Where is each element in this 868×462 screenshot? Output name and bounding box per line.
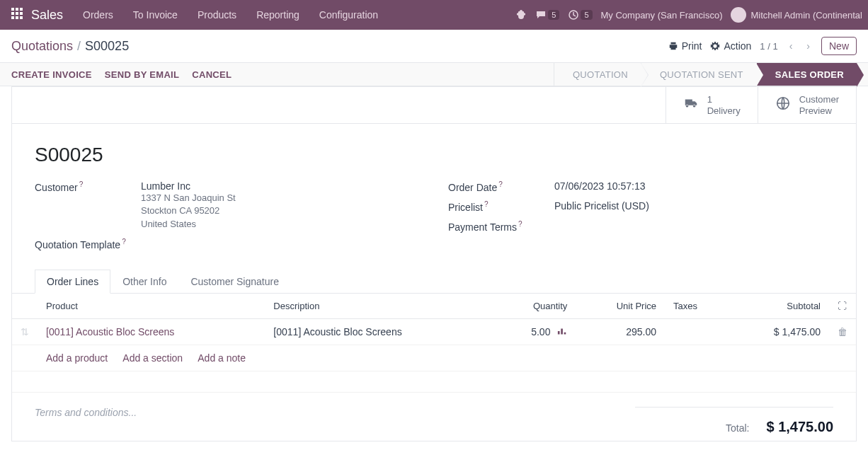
preview-label-2: Preview (799, 105, 839, 117)
messages-icon[interactable]: 5 (535, 9, 559, 21)
customer-preview-button[interactable]: Customer Preview (758, 87, 856, 123)
forecast-icon[interactable] (557, 326, 567, 337)
drag-handle-icon[interactable]: ⇅ (12, 319, 38, 345)
col-subtotal: Subtotal (729, 294, 829, 319)
add-product-link[interactable]: Add a product (46, 352, 108, 364)
tab-other-info[interactable]: Other Info (110, 270, 178, 294)
table-row[interactable]: ⇅ [0011] Acoustic Bloc Screens [0011] Ac… (12, 319, 856, 345)
col-handle (12, 294, 38, 319)
new-button[interactable]: New (821, 37, 857, 55)
address-line-1: 1337 N San Joaquin St (141, 192, 420, 204)
user-name: Mitchell Admin (Continental (750, 10, 862, 21)
address-line-3: United States (141, 218, 420, 231)
form-sheet: 1 Delivery Customer Preview S00025 Custo… (11, 86, 857, 441)
action-label: Action (724, 40, 751, 52)
action-button[interactable]: Action (710, 40, 751, 52)
activities-count: 5 (581, 10, 592, 20)
statusbar: CREATE INVOICE SEND BY EMAIL CANCEL QUOT… (0, 62, 868, 86)
nav-products[interactable]: Products (189, 4, 245, 26)
delete-row-icon[interactable]: 🗑 (829, 319, 856, 345)
customer-label: Customer? (35, 180, 141, 231)
total-amount: $ 1,475.00 (766, 419, 833, 435)
totals: Total: $ 1,475.00 (635, 407, 833, 435)
cancel-button[interactable]: CANCEL (192, 69, 232, 80)
pager-next-icon[interactable]: › (804, 40, 813, 52)
add-section-link[interactable]: Add a section (122, 352, 183, 364)
col-quantity: Quantity (493, 294, 576, 319)
send-by-email-button[interactable]: SEND BY EMAIL (105, 69, 180, 80)
activities-icon[interactable]: 5 (568, 9, 592, 21)
top-nav: Orders To Invoice Products Reporting Con… (74, 4, 387, 26)
pager-prev-icon[interactable]: ‹ (787, 40, 796, 52)
pricelist-label: Pricelist? (448, 200, 554, 213)
print-label: Print (682, 40, 702, 52)
row-quantity[interactable]: 5.00 (493, 319, 576, 345)
stage-sales-order[interactable]: SALES ORDER (756, 63, 857, 86)
preview-label-1: Customer (799, 94, 839, 105)
brand-label[interactable]: Sales (31, 8, 63, 23)
globe-icon (775, 96, 791, 115)
nav-orders[interactable]: Orders (74, 4, 122, 26)
apps-icon[interactable] (11, 8, 25, 22)
gear-icon (710, 41, 720, 51)
tab-customer-signature[interactable]: Customer Signature (178, 270, 291, 294)
payment-terms-label: Payment Terms? (448, 220, 554, 233)
tabs: Order Lines Other Info Customer Signatur… (12, 270, 856, 294)
quotation-template-field[interactable] (141, 238, 420, 250)
breadcrumb-sep: / (77, 39, 81, 54)
delivery-label: Delivery (707, 105, 741, 117)
delivery-count: 1 (707, 94, 741, 105)
print-button[interactable]: Print (668, 40, 702, 52)
row-description[interactable]: [0011] Acoustic Bloc Screens (265, 319, 492, 345)
company-switcher[interactable]: My Company (San Francisco) (601, 10, 723, 21)
order-date-field[interactable]: 07/06/2023 10:57:13 (554, 180, 833, 193)
delivery-stat-button[interactable]: 1 Delivery (666, 87, 758, 123)
control-panel: Quotations / S00025 Print Action 1 / 1 ‹… (0, 30, 868, 62)
bug-icon[interactable] (515, 9, 527, 21)
create-invoice-button[interactable]: CREATE INVOICE (11, 69, 92, 80)
col-taxes: Taxes (665, 294, 729, 319)
page-title: S00025 (12, 124, 856, 173)
total-label: Total: (726, 422, 749, 434)
payment-terms-field[interactable] (554, 220, 833, 233)
breadcrumb-current: S00025 (85, 39, 129, 54)
messages-count: 5 (548, 10, 559, 20)
stage-quotation-sent[interactable]: QUOTATION SENT (641, 63, 756, 86)
add-note-link[interactable]: Add a note (198, 352, 246, 364)
tab-order-lines[interactable]: Order Lines (35, 270, 110, 294)
avatar (731, 7, 746, 23)
pricelist-field[interactable]: Public Pricelist (USD) (554, 200, 833, 213)
button-box: 1 Delivery Customer Preview (12, 87, 856, 124)
order-lines-table: Product Description Quantity Unit Price … (12, 294, 856, 393)
row-taxes[interactable] (665, 319, 729, 345)
nav-reporting[interactable]: Reporting (248, 4, 308, 26)
customer-field[interactable]: Lumber Inc (141, 180, 420, 192)
quotation-template-label: Quotation Template? (35, 238, 141, 250)
row-unit-price[interactable]: 295.00 (576, 319, 665, 345)
terms-input[interactable]: Terms and conditions... (35, 407, 635, 418)
row-product[interactable]: [0011] Acoustic Bloc Screens (38, 319, 265, 345)
pager: 1 / 1 (760, 41, 777, 52)
order-date-label: Order Date? (448, 180, 554, 193)
breadcrumb-root[interactable]: Quotations (11, 39, 73, 54)
col-product: Product (38, 294, 265, 319)
topbar: Sales Orders To Invoice Products Reporti… (0, 0, 868, 30)
user-menu[interactable]: Mitchell Admin (Continental (731, 7, 862, 23)
address-line-2: Stockton CA 95202 (141, 204, 420, 217)
add-row: Add a product Add a section Add a note (12, 345, 856, 371)
stage-quotation[interactable]: QUOTATION (554, 63, 641, 86)
sliders-icon[interactable]: ⛶ (838, 301, 847, 311)
col-options[interactable]: ⛶ (829, 294, 856, 319)
truck-icon (683, 96, 699, 115)
col-unit-price: Unit Price (576, 294, 665, 319)
col-description: Description (265, 294, 492, 319)
print-icon (668, 41, 678, 51)
nav-to-invoice[interactable]: To Invoice (125, 4, 186, 26)
row-subtotal: $ 1,475.00 (729, 319, 829, 345)
nav-configuration[interactable]: Configuration (311, 4, 387, 26)
